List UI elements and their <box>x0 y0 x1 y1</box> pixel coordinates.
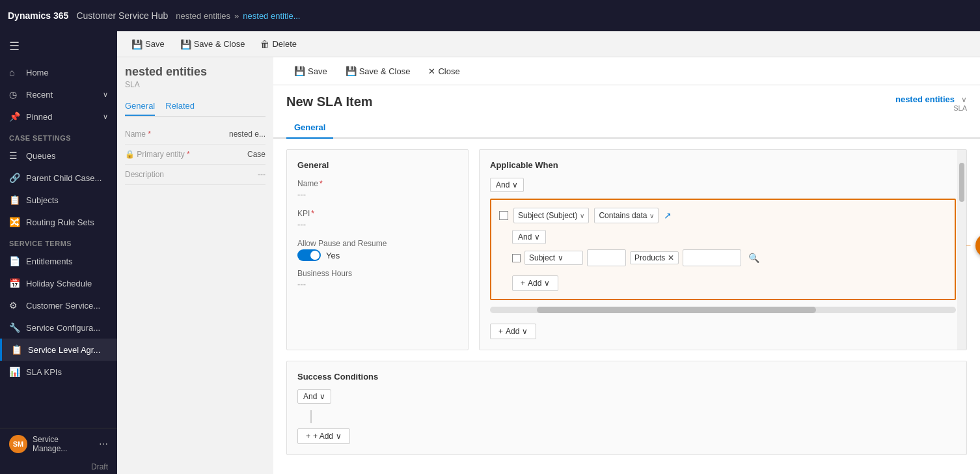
outer-and-dropdown[interactable]: And ∨ <box>490 178 524 192</box>
sidebar-service-level-label: Service Level Agr... <box>28 345 100 355</box>
sidebar-item-service-level[interactable]: 📋 Service Level Agr... <box>0 339 117 361</box>
name-field-label: Name* <box>297 179 457 188</box>
dynamics-logo[interactable]: Dynamics 365 <box>8 10 68 21</box>
secondary-delete-button[interactable]: 🗑 Delete <box>254 36 303 52</box>
sidebar-subjects-label: Subjects <box>26 195 59 205</box>
contains-data-chevron: ∨ <box>649 212 654 219</box>
outer-add-icon: + <box>498 327 503 336</box>
inner-and-block: And ∨ Subject ∨ <box>512 230 947 291</box>
sidebar-item-customer-service[interactable]: ⚙ Customer Service... <box>0 294 117 316</box>
sidebar-item-service-configura[interactable]: 🔧 Service Configura... <box>0 316 117 339</box>
horizontal-scrollbar[interactable] <box>490 307 956 313</box>
breadcrumb-item-1[interactable]: nested entities <box>176 11 230 21</box>
sidebar-item-holiday-schedule[interactable]: 📅 Holiday Schedule <box>0 272 117 294</box>
sidebar-item-parent-child[interactable]: 🔗 Parent Child Case... <box>0 167 117 189</box>
name-field-value[interactable]: --- <box>297 189 457 201</box>
success-conditions-title: Success Conditions <box>297 372 956 382</box>
vertical-scrollbar[interactable] <box>957 150 966 350</box>
toggle-row: Yes <box>297 249 457 261</box>
breadcrumb-sub: SLA <box>953 104 967 112</box>
form-title: New SLA Item <box>286 94 373 109</box>
subject-field-select[interactable]: Subject ∨ <box>524 251 583 265</box>
toggle-label: Yes <box>326 251 340 260</box>
sidebar-holiday-label: Holiday Schedule <box>26 279 92 288</box>
sidebar-item-routing-rule-sets[interactable]: 🔀 Routing Rule Sets <box>0 211 117 233</box>
form-save-close-button[interactable]: 💾 Save & Close <box>338 63 418 79</box>
outer-add-button[interactable]: + Add ∨ <box>490 324 536 339</box>
secondary-save-close-label: Save & Close <box>194 39 245 49</box>
form-header: New SLA Item nested entities ∨ SLA <box>273 85 980 112</box>
subject-field-label: Subject <box>529 253 555 262</box>
sidebar-item-queues[interactable]: ☰ Queues <box>0 145 117 167</box>
secondary-delete-label: Delete <box>272 39 297 49</box>
tab-related[interactable]: Related <box>165 97 195 116</box>
secondary-save-close-icon: 💾 <box>180 39 191 49</box>
hours-field-value[interactable]: --- <box>297 279 457 291</box>
general-card: General Name* --- KPI* --- Allow Pause a… <box>286 149 469 350</box>
success-conditions-card: Success Conditions And ∨ + + Add ∨ <box>286 361 967 455</box>
sidebar-item-subjects[interactable]: 📋 Subjects <box>0 189 117 211</box>
hours-field-label: Business Hours <box>297 269 457 278</box>
condition-value-input[interactable] <box>587 249 626 266</box>
inner-add-button[interactable]: + Add ∨ <box>512 275 558 291</box>
form-toolbar: 💾 Save 💾 Save & Close ✕ Close <box>273 57 980 85</box>
tab-general-form[interactable]: General <box>286 117 333 139</box>
service-terms-section: Service Terms <box>0 233 117 250</box>
sidebar-bottom: SM Service Manage... ⋯ Draft <box>0 428 117 474</box>
secondary-toolbar: 💾 Save 💾 Save & Close 🗑 Delete <box>117 31 980 57</box>
breadcrumb-item-2[interactable]: nested entitie... <box>243 11 300 21</box>
inner-condition-checkbox[interactable] <box>512 254 521 262</box>
inner-and-dropdown[interactable]: And ∨ <box>512 230 546 244</box>
outer-add-chevron: ∨ <box>522 327 528 336</box>
field-primary-entity-row: 🔒 Primary entity * Case <box>125 145 265 165</box>
recent-icon: ◷ <box>9 89 20 100</box>
user-name: Service Manage... <box>33 435 94 453</box>
subject-subject-select[interactable]: Subject (Subject) ∨ <box>513 208 589 223</box>
sidebar-item-home[interactable]: ⌂ Home <box>0 61 117 83</box>
sidebar-item-sla-kpis[interactable]: 📊 SLA KPIs <box>0 361 117 383</box>
hamburger-menu[interactable]: ☰ <box>0 31 117 61</box>
case-settings-section: Case Settings <box>0 128 117 145</box>
secondary-save-close-button[interactable]: 💾 Save & Close <box>174 36 252 52</box>
kpi-field-label: KPI* <box>297 209 457 218</box>
products-x-icon[interactable]: ✕ <box>668 253 674 262</box>
parent-child-icon: 🔗 <box>9 173 20 183</box>
subject-subject-chevron: ∨ <box>580 212 584 219</box>
horizontal-scroll-thumb <box>537 307 817 313</box>
badge-b: b <box>975 234 980 257</box>
form-close-button[interactable]: ✕ Close <box>420 63 467 79</box>
condition-highlighted-box: Subject (Subject) ∨ Contains data ∨ ↗ <box>490 199 956 300</box>
inner-and-label: And <box>518 232 532 242</box>
success-conditions-area: Success Conditions And ∨ + + Add ∨ <box>273 361 980 466</box>
sidebar-item-pinned[interactable]: 📌 Pinned ∨ <box>0 105 117 128</box>
service-level-icon: 📋 <box>11 344 21 355</box>
secondary-save-button[interactable]: 💾 Save <box>125 36 171 52</box>
outer-condition-checkbox[interactable] <box>499 211 508 220</box>
success-add-button[interactable]: + + Add ∨ <box>297 428 350 444</box>
tab-general[interactable]: General <box>125 97 155 116</box>
sidebar-item-recent[interactable]: ◷ Recent ∨ <box>0 83 117 105</box>
search-button[interactable]: 🔍 <box>745 249 762 266</box>
user-more-icon[interactable]: ⋯ <box>99 439 108 449</box>
expand-condition-icon[interactable]: ↗ <box>664 210 672 221</box>
success-and-dropdown[interactable]: And ∨ <box>297 389 331 404</box>
inner-add-chevron: ∨ <box>544 279 550 288</box>
customer-service-icon: ⚙ <box>9 300 20 311</box>
form-save-button[interactable]: 💾 Save <box>286 63 335 79</box>
sidebar-pinned-label: Pinned <box>26 112 52 122</box>
sidebar-parent-child-label: Parent Child Case... <box>26 173 102 183</box>
form-panel: 💾 Save 💾 Save & Close ✕ Close New SLA It… <box>273 57 980 474</box>
contains-data-select[interactable]: Contains data ∨ <box>594 208 659 223</box>
sidebar-home-label: Home <box>26 68 49 77</box>
sidebar-user[interactable]: SM Service Manage... ⋯ <box>0 428 117 460</box>
products-dropdown[interactable] <box>683 249 741 266</box>
pause-toggle[interactable] <box>297 249 321 261</box>
draft-area: Draft <box>0 460 117 474</box>
vertical-scroll-thumb <box>959 163 964 202</box>
outer-condition-row: Subject (Subject) ∨ Contains data ∨ ↗ <box>499 208 947 223</box>
kpi-field-value[interactable]: --- <box>297 219 457 231</box>
breadcrumb-link[interactable]: nested entities <box>895 94 955 104</box>
field-description-value: --- <box>258 170 265 179</box>
form-save-label: Save <box>308 66 327 76</box>
sidebar-item-entitlements[interactable]: 📄 Entitlements <box>0 250 117 272</box>
